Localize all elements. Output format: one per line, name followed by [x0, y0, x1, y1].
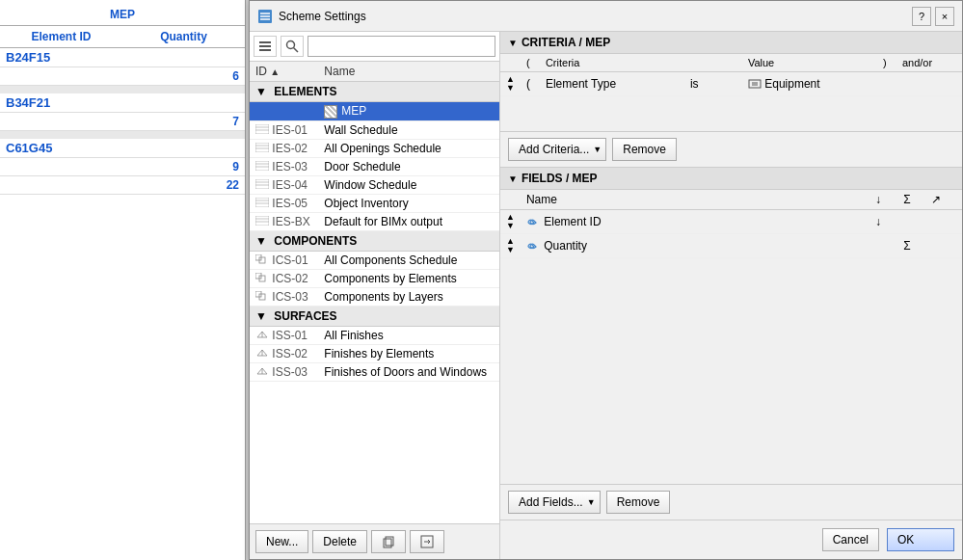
- fields-toggle[interactable]: ▼: [508, 173, 518, 184]
- move-down-icon[interactable]: ▼: [506, 246, 515, 254]
- criteria-table-wrapper: ( Criteria Value ) and/or: [500, 54, 962, 131]
- criteria-header: ▼ CRITERIA / MEP: [500, 32, 962, 54]
- group-components[interactable]: ▼ COMPONENTS: [250, 230, 499, 251]
- list-item[interactable]: ICS-01 All Components Schedule: [250, 251, 499, 269]
- criteria-value: Equipment: [742, 72, 877, 96]
- criteria-move: ▲ ▼: [500, 72, 521, 96]
- fields-header: ▼ FIELDS / MEP: [500, 168, 962, 190]
- add-fields-button[interactable]: Add Fields... ▼: [508, 491, 601, 514]
- list-item[interactable]: ISS-02 Finishes by Elements: [250, 344, 499, 362]
- col-paren-close: ): [877, 54, 896, 72]
- col-value: Value: [742, 54, 877, 72]
- criteria-toggle[interactable]: ▼: [508, 38, 518, 48]
- cancel-button[interactable]: Cancel: [822, 528, 879, 551]
- svg-rect-39: [384, 539, 391, 547]
- element-id-cell: C61G45: [0, 139, 122, 157]
- right-panel: ▼ CRITERIA / MEP ( Criteria Value ): [500, 32, 962, 559]
- item-id: ISS-02: [250, 344, 318, 362]
- element-icon: [255, 143, 269, 152]
- sheet-title: MEP: [0, 4, 245, 26]
- criteria-op: is: [684, 72, 742, 96]
- component-icon: [255, 254, 269, 264]
- field-row: ▲ ▼ Quantity: [500, 234, 962, 258]
- search-icon: [285, 40, 299, 53]
- dialog-icon: [257, 9, 273, 24]
- col-op: [684, 54, 742, 72]
- criteria-criteria[interactable]: Element Type: [540, 72, 684, 96]
- help-button[interactable]: ?: [912, 7, 931, 26]
- list-item[interactable]: IES-02 All Openings Schedule: [250, 139, 499, 157]
- quantity-cell: [122, 139, 245, 157]
- field-sort: [864, 234, 893, 258]
- quantity-cell: [122, 48, 245, 67]
- ok-button[interactable]: OK: [887, 528, 954, 551]
- list-item[interactable]: IES-03 Door Schedule: [250, 157, 499, 175]
- list-item[interactable]: MEP: [250, 102, 499, 121]
- element-id-cell: [0, 176, 122, 194]
- add-criteria-button[interactable]: Add Criteria... ▼: [508, 138, 606, 161]
- export-button[interactable]: [410, 530, 444, 553]
- group-toggle[interactable]: ▼: [255, 85, 267, 98]
- svg-rect-43: [749, 80, 761, 88]
- dropdown-arrow: ▼: [587, 497, 596, 507]
- item-name: Components by Layers: [318, 287, 499, 306]
- svg-rect-24: [255, 216, 269, 226]
- list-item[interactable]: IES-05 Object Inventory: [250, 194, 499, 212]
- list-item[interactable]: IES-01 Wall Schedule: [250, 120, 499, 139]
- item-name: Components by Elements: [318, 269, 499, 287]
- item-id: IES-01: [250, 120, 318, 139]
- delete-button[interactable]: Delete: [312, 530, 367, 553]
- col-sort: ↓: [864, 190, 893, 210]
- remove-fields-button[interactable]: Remove: [606, 491, 671, 514]
- move-down-icon[interactable]: ▼: [506, 222, 515, 230]
- dialog-controls: ? ×: [912, 7, 954, 26]
- list-item[interactable]: IES-04 Window Schedule: [250, 175, 499, 194]
- sort-arrow: ▲: [270, 67, 280, 77]
- group-surfaces[interactable]: ▼ SURFACES: [250, 306, 499, 326]
- item-name: Object Inventory: [318, 194, 499, 212]
- field-row: ▲ ▼ Element ID: [500, 210, 962, 234]
- sheet-row: B34F21: [0, 93, 245, 113]
- search-button[interactable]: [281, 36, 304, 57]
- element-id-cell: [0, 67, 122, 85]
- col-andor: and/or: [896, 54, 950, 72]
- col-move: [500, 54, 521, 72]
- element-icon: [255, 216, 269, 226]
- scheme-list-panel: ID ▲ Name ▼ ELEMENTS MEP: [250, 32, 500, 559]
- sheet-row: 22: [0, 176, 245, 195]
- dialog-titlebar: Scheme Settings ? ×: [250, 1, 962, 32]
- close-button[interactable]: ×: [935, 7, 954, 26]
- list-item[interactable]: ICS-03 Components by Layers: [250, 287, 499, 306]
- copy-button[interactable]: [371, 530, 406, 553]
- group-toggle[interactable]: ▼: [255, 234, 267, 248]
- item-name: Finishes of Doors and Windows: [318, 362, 499, 381]
- svg-rect-5: [259, 45, 271, 47]
- col-link: ↗: [922, 190, 950, 210]
- list-item[interactable]: IES-BX Default for BIMx output: [250, 212, 499, 230]
- group-elements[interactable]: ▼ ELEMENTS: [250, 82, 499, 102]
- new-button[interactable]: New...: [255, 530, 308, 553]
- item-id: ICS-03: [250, 287, 318, 306]
- remove-criteria-button[interactable]: Remove: [612, 138, 677, 161]
- move-down-icon[interactable]: ▼: [506, 84, 515, 93]
- spreadsheet-panel: MEP Element ID Quantity B24F15 6 B34F21 …: [0, 0, 246, 560]
- component-icon: [255, 291, 269, 301]
- dropdown-arrow: ▼: [593, 145, 602, 154]
- element-icon: [255, 179, 269, 189]
- item-id: IES-04: [250, 175, 318, 194]
- list-item[interactable]: ICS-02 Components by Elements: [250, 269, 499, 287]
- fields-table: Name ↓ Σ ↗ ▲: [500, 190, 962, 258]
- item-name: Wall Schedule: [318, 120, 499, 139]
- svg-rect-40: [386, 537, 393, 546]
- group-toggle[interactable]: ▼: [255, 309, 267, 323]
- item-name: All Finishes: [318, 326, 499, 344]
- list-item[interactable]: ISS-03 Finishes of Doors and Windows: [250, 362, 499, 381]
- item-id: ISS-01: [250, 326, 318, 344]
- surface-icon: [255, 348, 269, 358]
- col-sum: Σ: [893, 190, 922, 210]
- list-item[interactable]: ISS-01 All Finishes: [250, 326, 499, 344]
- svg-line-8: [294, 48, 299, 53]
- svg-rect-6: [259, 49, 271, 51]
- list-view-button[interactable]: [254, 36, 277, 57]
- search-input[interactable]: [308, 36, 495, 57]
